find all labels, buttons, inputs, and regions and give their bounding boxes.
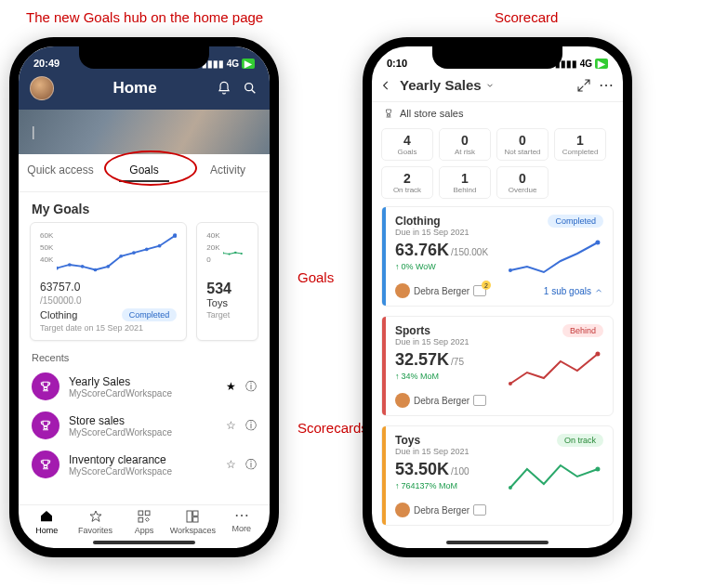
bell-icon[interactable] [216, 80, 232, 97]
stat-goals[interactable]: 4Goals [381, 128, 433, 161]
chevron-down-icon [485, 81, 495, 90]
svg-point-6 [120, 255, 124, 258]
goal-target: /150.00K [451, 247, 488, 257]
star-icon[interactable]: ★ [226, 380, 236, 393]
svg-rect-16 [145, 511, 150, 516]
summary-stats: 4Goals 0At risk 0Not started 1Completed … [372, 124, 623, 206]
tab-activity[interactable]: Activity [186, 154, 270, 191]
goal-card-clothing[interactable]: ClothingDue in 15 Sep 2021 Completed 63.… [381, 206, 614, 307]
svg-rect-19 [193, 511, 198, 516]
svg-point-11 [223, 252, 224, 254]
info-icon[interactable]: ⓘ [245, 379, 257, 395]
nav-home[interactable]: Home [22, 509, 71, 535]
expand-icon[interactable] [576, 78, 591, 93]
goal-target: /150000.0 [40, 295, 82, 306]
scorecard-name: Store sales [69, 414, 217, 427]
recents-heading: Recents [19, 341, 270, 367]
battery-icon: ▶ [595, 59, 608, 69]
svg-point-12 [228, 253, 230, 255]
status-time: 20:49 [33, 58, 60, 69]
goal-card-clothing[interactable]: 60K 50K 40K 63757.0/150000.0 Clothing Co… [30, 222, 187, 341]
status-badge: Behind [562, 324, 603, 337]
chevron-up-icon [594, 286, 603, 295]
search-icon[interactable] [242, 80, 258, 97]
goal-name: Toys [395, 434, 469, 447]
svg-point-23 [509, 382, 512, 385]
goal-name: Clothing [395, 215, 469, 228]
trophy-icon [383, 108, 394, 119]
scorecard-header: Yearly Sales ⋯ [372, 71, 623, 102]
note-icon[interactable] [473, 504, 486, 516]
svg-point-24 [596, 352, 601, 357]
tab-goals[interactable]: Goals [102, 154, 186, 191]
my-goals-heading: My Goals [19, 192, 270, 222]
stat-at-risk[interactable]: 0At risk [439, 128, 491, 161]
sub-goals-link[interactable]: 1 sub goals [544, 286, 603, 296]
goal-date: Target [206, 310, 248, 320]
back-icon[interactable] [379, 79, 392, 92]
nav-favorites[interactable]: Favorites [71, 509, 119, 535]
info-icon[interactable]: ⓘ [245, 457, 257, 473]
avatar [395, 503, 410, 517]
svg-rect-15 [139, 511, 143, 516]
tab-quick-access[interactable]: Quick access [19, 154, 102, 191]
goal-owner: Debra Berger [395, 503, 486, 517]
nav-workspaces[interactable]: Workspaces [168, 509, 217, 535]
info-icon[interactable]: ⓘ [245, 418, 257, 434]
svg-point-5 [107, 265, 111, 268]
svg-point-0 [245, 84, 253, 91]
svg-point-13 [234, 252, 236, 254]
svg-point-8 [145, 248, 149, 252]
sparkline [507, 346, 603, 389]
svg-point-7 [132, 251, 136, 255]
network-label: 4G [227, 59, 239, 69]
star-icon[interactable]: ☆ [226, 419, 236, 432]
goal-card-sports[interactable]: SportsDue in 15 Sep 2021 Behind 32.57K/7… [381, 316, 614, 416]
more-icon[interactable]: ⋯ [599, 76, 614, 94]
goal-owner: Debra Berger [395, 393, 486, 408]
goal-target: /100 [451, 466, 469, 477]
trophy-icon [32, 451, 60, 478]
nav-apps[interactable]: Apps [120, 509, 168, 535]
goal-delta: ↑ 764137% MoM [395, 481, 501, 490]
breadcrumb[interactable]: All store sales [372, 102, 623, 124]
stat-overdue[interactable]: 0Overdue [496, 166, 549, 199]
scorecard-title[interactable]: Yearly Sales [400, 77, 495, 93]
stat-completed[interactable]: 1Completed [554, 128, 606, 161]
scorecard-item[interactable]: Yearly SalesMyScoreCardWorkspace ★ⓘ [19, 367, 270, 406]
svg-point-4 [94, 268, 98, 272]
goal-value: 32.57K [395, 350, 449, 370]
goal-value: 53.50K [395, 460, 449, 479]
note-icon[interactable] [473, 285, 486, 296]
scorecard-item[interactable]: Inventory clearanceMyScoreCardWorkspace … [19, 445, 270, 484]
stat-behind[interactable]: 1Behind [439, 166, 491, 199]
note-icon[interactable] [473, 395, 486, 406]
scorecard-name: Inventory clearance [69, 453, 217, 466]
svg-point-2 [68, 263, 72, 267]
trophy-icon [32, 412, 60, 439]
stat-not-started[interactable]: 0Not started [496, 128, 549, 161]
goal-date: Target date on 15 Sep 2021 [40, 323, 177, 333]
goal-card-toys[interactable]: ToysDue in 15 Sep 2021 On track 53.50K/1… [381, 425, 614, 526]
scorecard-name: Yearly Sales [69, 375, 217, 388]
avatar[interactable] [30, 76, 54, 100]
svg-point-22 [596, 241, 601, 245]
stat-on-track[interactable]: 2On track [381, 166, 433, 199]
sparkline [57, 230, 177, 277]
goal-card-toys-partial[interactable]: 40K 20K 0 534 Toys Target [196, 222, 258, 341]
goal-due: Due in 15 Sep 2021 [395, 337, 469, 346]
goal-name: Sports [395, 324, 469, 337]
scorecard-item[interactable]: Store salesMyScoreCardWorkspace ☆ⓘ [19, 406, 270, 445]
annotation-scorecards: Scorecards [298, 420, 368, 436]
y-axis-ticks: 40K 20K 0 [206, 230, 219, 277]
app-header: Home [19, 71, 270, 110]
workspace-name: MyScoreCardWorkspace [69, 427, 217, 438]
goal-name: Toys [206, 297, 248, 308]
svg-rect-17 [139, 517, 143, 522]
goal-value: 534 [206, 281, 248, 297]
annotation-goals: Goals [298, 269, 334, 285]
avatar [395, 283, 410, 298]
nav-more[interactable]: ⋯More [218, 509, 266, 535]
star-icon[interactable]: ☆ [226, 458, 236, 471]
workspace-name: MyScoreCardWorkspace [69, 466, 217, 477]
